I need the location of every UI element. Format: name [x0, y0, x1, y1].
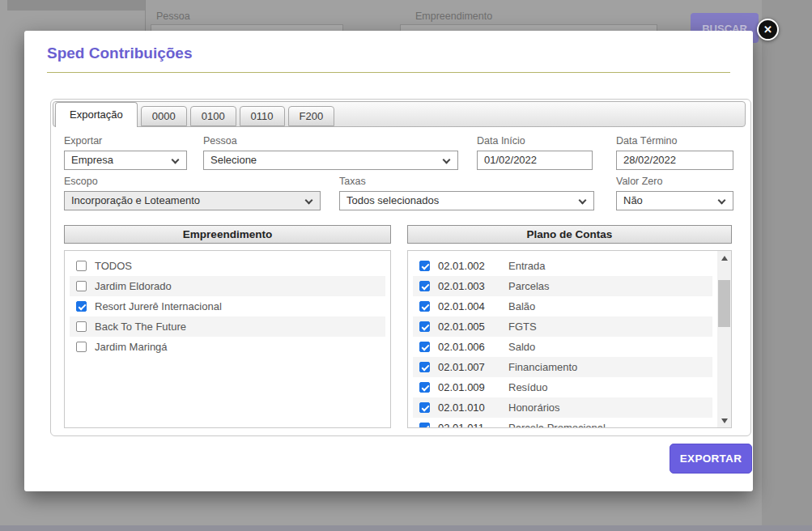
account-code: 02.01.011 [438, 422, 508, 428]
plano-de-contas-header: Plano de Contas [407, 225, 732, 244]
list-item[interactable]: Back To The Future [70, 316, 385, 337]
checkbox[interactable] [419, 362, 430, 372]
tab-strip: Exportação000001000110F200 [53, 101, 746, 127]
checkbox[interactable] [419, 301, 430, 312]
account-label: Balão [508, 300, 535, 312]
item-label: Jardim Maringá [95, 341, 168, 353]
plano-de-contas-list: 02.01.002 Entrada 02.01.003 Parcelas 02.… [407, 250, 732, 428]
tab[interactable]: Exportação [55, 102, 138, 127]
list-item[interactable]: 02.01.009 Resíduo [413, 377, 712, 397]
item-label: Resort Jurerê Internacional [95, 300, 222, 312]
checkbox[interactable] [419, 382, 430, 393]
tab[interactable]: 0000 [141, 106, 187, 126]
list-item[interactable]: 02.01.002 Entrada [413, 256, 712, 276]
checkbox[interactable] [76, 281, 87, 291]
taxas-select[interactable]: Todos selecionados [339, 191, 594, 210]
checkbox[interactable] [419, 402, 430, 413]
account-code: 02.01.007 [438, 361, 508, 373]
empreendimento-header: Empreendimento [64, 225, 391, 244]
empreendimento-list: TODOS Jardim Eldorado Resort Jurerê Inte… [64, 250, 391, 428]
background-footer-strip [0, 525, 812, 531]
list-item[interactable]: 02.01.005 FGTS [413, 316, 712, 337]
exportar-select[interactable]: Empresa [64, 151, 187, 170]
close-icon[interactable]: ✕ [757, 19, 779, 40]
field-escopo: Escopo Incorporação e Loteamento [64, 176, 321, 210]
chevron-down-icon [718, 197, 726, 205]
field-data-inicio: Data Início 01/02/2022 [477, 135, 593, 170]
list-item[interactable]: 02.01.010 Honorários [413, 397, 712, 418]
checkbox[interactable] [76, 301, 87, 312]
data-termino-input[interactable]: 28/02/2022 [616, 151, 733, 170]
exportar-button[interactable]: EXPORTAR [670, 444, 752, 474]
account-code: 02.01.009 [438, 381, 508, 393]
background-empreendimento-label: Empreendimento [415, 11, 492, 22]
account-code: 02.01.004 [438, 300, 508, 312]
escopo-select[interactable]: Incorporação e Loteamento [64, 191, 321, 210]
list-item[interactable]: TODOS [70, 256, 385, 276]
chevron-down-icon [443, 156, 451, 164]
data-inicio-input[interactable]: 01/02/2022 [477, 151, 593, 170]
field-pessoa: Pessoa Selecione [203, 135, 458, 170]
list-item[interactable]: 02.01.004 Balão [413, 296, 712, 316]
background-pessoa-label: Pessoa [156, 11, 190, 22]
checkbox[interactable] [419, 261, 430, 271]
pessoa-label: Pessoa [203, 135, 458, 147]
exportar-label: Exportar [64, 135, 187, 147]
list-item[interactable]: 02.01.006 Saldo [413, 337, 712, 357]
tab[interactable]: F200 [288, 106, 335, 126]
field-exportar: Exportar Empresa [64, 135, 187, 170]
tab[interactable]: 0110 [240, 106, 285, 126]
account-label: Honorários [508, 401, 560, 414]
list-item[interactable]: Resort Jurerê Internacional [70, 296, 385, 316]
checkbox[interactable] [76, 321, 87, 332]
item-label: Back To The Future [95, 321, 186, 333]
valor-zero-label: Valor Zero [616, 176, 733, 187]
checkbox[interactable] [419, 321, 430, 332]
field-taxas: Taxas Todos selecionados [339, 176, 594, 210]
item-label: TODOS [95, 260, 132, 272]
account-code: 02.01.003 [438, 280, 508, 292]
scroll-up-icon[interactable] [717, 251, 731, 265]
checkbox[interactable] [419, 281, 430, 291]
modal-title: Sped Contribuições [47, 45, 192, 62]
sped-contribuicoes-modal: ✕ Sped Contribuições Exportação000001000… [24, 31, 753, 491]
account-code: 02.01.010 [438, 401, 508, 414]
account-label: Parcelas [508, 280, 550, 292]
account-label: Saldo [508, 341, 535, 353]
list-item[interactable]: 02.01.003 Parcelas [413, 276, 712, 296]
background-divider [145, 0, 146, 31]
escopo-label: Escopo [64, 176, 321, 187]
title-separator [47, 72, 730, 73]
account-label: Financiamento [508, 361, 577, 373]
checkbox[interactable] [419, 423, 430, 428]
scrollbar-thumb[interactable] [718, 280, 730, 327]
account-code: 02.01.002 [438, 260, 508, 272]
item-label: Jardim Eldorado [95, 280, 172, 292]
valor-zero-select[interactable]: Não [616, 191, 733, 210]
account-code: 02.01.005 [438, 321, 508, 333]
account-code: 02.01.006 [438, 341, 508, 353]
tab[interactable]: 0100 [190, 106, 236, 126]
chevron-down-icon [172, 156, 180, 164]
checkbox[interactable] [419, 342, 430, 352]
taxas-label: Taxas [339, 176, 594, 187]
background-header-strip [7, 0, 145, 11]
account-label: Entrada [508, 260, 546, 272]
list-item[interactable]: Jardim Eldorado [70, 276, 385, 296]
list-item[interactable]: Jardim Maringá [70, 337, 385, 357]
chevron-down-icon [579, 197, 587, 205]
checkbox[interactable] [76, 342, 87, 352]
background-right-column [762, 0, 812, 531]
list-item[interactable]: 02.01.007 Financiamento [413, 357, 712, 377]
account-label: FGTS [508, 321, 537, 333]
scrollbar[interactable] [717, 251, 731, 427]
pessoa-select[interactable]: Selecione [203, 151, 458, 170]
data-inicio-label: Data Início [477, 135, 593, 147]
checkbox[interactable] [76, 261, 87, 271]
account-label: Parcela Promocional [508, 422, 606, 428]
account-label: Resíduo [508, 381, 547, 393]
scroll-down-icon[interactable] [717, 414, 731, 427]
list-item[interactable]: 02.01.011 Parcela Promocional [413, 418, 712, 428]
field-data-termino: Data Término 28/02/2022 [616, 135, 733, 170]
chevron-down-icon [305, 197, 313, 205]
